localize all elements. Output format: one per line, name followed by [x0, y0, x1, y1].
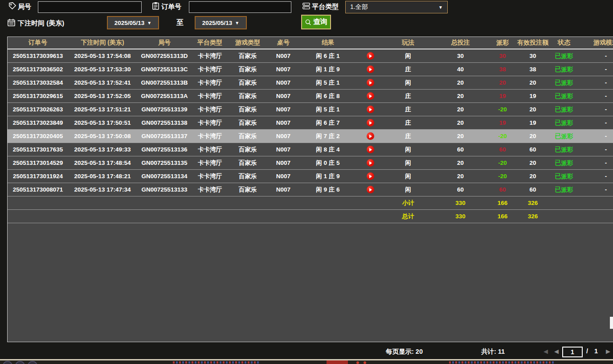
- cell-play-type: 闲: [384, 76, 433, 89]
- play-icon[interactable]: [367, 79, 374, 86]
- cell-total-bet: 20: [433, 170, 488, 183]
- cell-result: 闲 1 庄 9: [299, 170, 357, 183]
- play-triangle: [369, 188, 372, 192]
- cell-result: 闲 6 庄 7: [299, 116, 357, 129]
- table-row[interactable]: 2505131730145292025-05-13 17:48:54GN0072…: [8, 156, 613, 170]
- table-row[interactable]: 2505131730238492025-05-13 17:50:51GN0072…: [8, 116, 613, 130]
- table-row[interactable]: 2505131730296152025-05-13 17:52:05GN0072…: [8, 90, 613, 103]
- query-button-label: 查询: [313, 17, 327, 27]
- logo-circle: [15, 361, 25, 364]
- date-from-picker[interactable]: 2025/05/13 ▼: [107, 16, 159, 29]
- table-row[interactable]: 2505131730365022025-05-13 17:53:30GN0072…: [8, 63, 613, 76]
- replay-cell: [357, 116, 384, 129]
- cell-result: 闲 1 庄 9: [299, 63, 357, 76]
- cell-table-no: N007: [268, 49, 299, 62]
- cell-table-no: N007: [268, 63, 299, 76]
- pagination-bar: 每页显示: 20 共计: 11 ◀ ◀: [0, 343, 613, 360]
- round-number-input[interactable]: [38, 1, 142, 13]
- cell-game-type: 百家乐: [228, 90, 268, 102]
- cell-total-bet: 40: [433, 63, 488, 76]
- cell-game-type: 百家乐: [228, 103, 268, 116]
- cell-total-bet: 30: [433, 49, 488, 62]
- cell-payout: 20: [488, 76, 517, 89]
- play-triangle: [369, 81, 372, 85]
- subtotal-row-table-no: [268, 196, 299, 209]
- replay-cell: [357, 49, 384, 62]
- column-header: 总投注: [433, 37, 488, 49]
- order-number-input[interactable]: [189, 1, 291, 13]
- column-header: 有效投注额: [517, 37, 549, 49]
- play-icon[interactable]: [367, 146, 374, 153]
- table-row[interactable]: 2505131730262632025-05-13 17:51:21GN0072…: [8, 103, 613, 116]
- cell-total-bet: 20: [433, 103, 488, 116]
- cell-table-no: N007: [268, 156, 299, 169]
- cell-result: 闲 5 庄 1: [299, 76, 357, 89]
- cell-total-bet: 20: [433, 90, 488, 102]
- cell-table-no: N007: [268, 183, 299, 196]
- prev-page-button[interactable]: ◀: [554, 348, 559, 355]
- cell-play-type: 庄: [384, 130, 433, 143]
- play-icon[interactable]: [367, 172, 374, 180]
- play-triangle: [369, 54, 372, 58]
- cell-total-bet: 60: [433, 183, 488, 196]
- cell-status: 已派彩: [549, 183, 579, 196]
- next-page-button[interactable]: ▶: [606, 348, 610, 355]
- cell-platform: 卡卡湾厅: [192, 183, 228, 196]
- play-icon[interactable]: [367, 159, 374, 167]
- cell-platform: 卡卡湾厅: [192, 170, 228, 183]
- cell-bet-time: 2025-05-13 17:53:30: [68, 63, 137, 76]
- cell-valid-bet: 20: [517, 170, 549, 183]
- date-to-picker[interactable]: 2025/05/13 ▼: [195, 16, 247, 29]
- cell-status: 已派彩: [549, 103, 579, 116]
- subtotal-row-game-mode: [579, 196, 613, 209]
- play-icon[interactable]: [367, 119, 374, 127]
- table-row[interactable]: 2505131730176352025-05-13 17:49:33GN0072…: [8, 143, 613, 156]
- cell-payout: -20: [488, 156, 517, 169]
- table-row[interactable]: 2505131730119242025-05-13 17:48:21GN0072…: [8, 170, 613, 183]
- cell-status: 已派彩: [549, 90, 579, 102]
- cell-table-no: N007: [268, 76, 299, 89]
- cell-valid-bet: 19: [517, 90, 549, 102]
- cell-game-type: 百家乐: [228, 76, 268, 89]
- cell-game-mode: -: [579, 183, 613, 196]
- total-row-game-type: [228, 210, 268, 223]
- column-header: [357, 37, 384, 49]
- play-icon[interactable]: [367, 186, 374, 193]
- chevron-down-icon: ▼: [438, 5, 443, 10]
- replay-cell: [357, 90, 384, 102]
- table-row[interactable]: 2505131730396132025-05-13 17:54:08GN0072…: [8, 49, 613, 63]
- scrollbar-thumb[interactable]: [610, 317, 613, 329]
- cell-game-type: 百家乐: [228, 156, 268, 169]
- logo-circle: [3, 361, 12, 364]
- cell-platform: 卡卡湾厅: [192, 116, 228, 129]
- cell-game-mode: -: [579, 76, 613, 89]
- platform-type-select[interactable]: 1.全部 ▼: [345, 1, 448, 13]
- cell-play-type: 庄: [384, 63, 433, 76]
- first-page-button[interactable]: ◀: [544, 348, 548, 355]
- cell-round-no: GN0072551313D: [137, 49, 192, 62]
- subtotal-row-payout: 166: [488, 196, 517, 209]
- subtotal-row-bet-time: [68, 196, 137, 209]
- query-button[interactable]: 查询: [301, 15, 331, 29]
- cell-bet-time: 2025-05-13 17:50:51: [68, 116, 137, 129]
- play-icon[interactable]: [367, 106, 374, 113]
- play-triangle: [369, 68, 372, 71]
- table-row[interactable]: 2505131730325842025-05-13 17:52:41GN0072…: [8, 76, 613, 90]
- column-header: 桌号: [268, 37, 299, 49]
- total-row-total-bet: 330: [433, 210, 488, 223]
- platform-type-label: 平台类型: [312, 3, 339, 11]
- total-row-play: [357, 210, 384, 223]
- cell-total-bet: 20: [433, 156, 488, 169]
- play-icon[interactable]: [367, 132, 374, 140]
- table-row[interactable]: 2505131730080712025-05-13 17:47:34GN0072…: [8, 183, 613, 196]
- play-icon[interactable]: [367, 65, 374, 73]
- play-icon[interactable]: [367, 92, 374, 100]
- play-icon[interactable]: [367, 52, 374, 60]
- cell-game-type: 百家乐: [228, 183, 268, 196]
- cell-valid-bet: 38: [517, 63, 549, 76]
- table-row[interactable]: 2505131730204052025-05-13 17:50:08GN0072…: [8, 130, 613, 143]
- page-number-input[interactable]: [562, 347, 583, 357]
- total-row: 总计330166326: [8, 210, 613, 223]
- cell-status: 已派彩: [549, 170, 579, 183]
- list-icon: [302, 2, 311, 10]
